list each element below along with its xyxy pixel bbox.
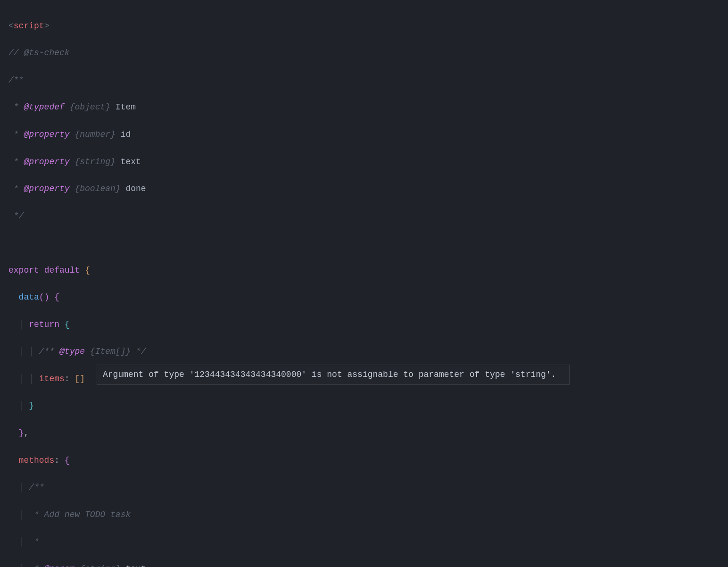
brace: {: [65, 320, 70, 329]
jsdoc-name: Item: [116, 102, 136, 112]
jsdoc-star: *: [29, 537, 39, 546]
code-line[interactable]: │ * Add new TODO task: [8, 508, 728, 522]
brace: }: [29, 401, 34, 410]
code-line[interactable]: <script>: [8, 19, 728, 33]
code-line[interactable]: * @property {number} id: [8, 128, 728, 142]
space: [39, 266, 44, 275]
brace: {: [54, 292, 59, 302]
error-message: Argument of type '123443434343434340000'…: [103, 370, 556, 379]
tag-name: script: [14, 21, 44, 31]
code-line[interactable]: │ │ /** @type {Item[]} */: [8, 345, 728, 359]
jsdoc-tag: @property: [24, 157, 69, 167]
code-line[interactable]: * @property {string} text: [8, 155, 728, 169]
indent: │ │: [8, 374, 39, 384]
indent: [8, 292, 19, 302]
indent: │: [8, 401, 29, 410]
jsdoc-type: {Item[]}: [85, 347, 136, 356]
brace: {: [65, 456, 70, 465]
code-line[interactable]: data() {: [8, 291, 728, 304]
jsdoc-type: {object}: [65, 102, 116, 112]
jsdoc-tag: @property: [24, 184, 69, 193]
indent: [8, 428, 19, 438]
jsdoc-star: *: [8, 157, 24, 167]
indent: │: [8, 537, 29, 546]
jsdoc-star: *: [8, 184, 24, 193]
method-name: data: [19, 292, 39, 302]
jsdoc-name: text: [121, 157, 141, 167]
indent: │: [8, 510, 29, 519]
jsdoc-tag: @property: [24, 130, 69, 139]
jsdoc-tag: @param: [44, 564, 75, 567]
tag-open: <: [8, 21, 14, 31]
indent: │: [8, 320, 29, 329]
keyword-return: return: [29, 320, 59, 329]
code-line[interactable]: │ * @param {string} text: [8, 562, 728, 567]
property: methods: [19, 456, 55, 465]
code-line[interactable]: // @ts-check: [8, 46, 728, 60]
code-line[interactable]: * @property {boolean} done: [8, 182, 728, 196]
jsdoc-name: id: [121, 130, 131, 139]
error-tooltip: Argument of type '123443434343434340000'…: [97, 365, 570, 385]
code-line[interactable]: export default {: [8, 264, 728, 277]
indent: │: [8, 564, 29, 567]
code-line[interactable]: │ *: [8, 535, 728, 549]
jsdoc-name: done: [125, 184, 146, 193]
jsdoc-name: text: [125, 564, 146, 567]
jsdoc-tag: @typedef: [24, 102, 64, 112]
indent: │ │: [8, 347, 39, 356]
jsdoc-close: */: [8, 211, 24, 221]
jsdoc-type: {string}: [70, 157, 121, 167]
jsdoc-open: /**: [29, 483, 44, 492]
space: [80, 266, 85, 275]
code-line[interactable]: */: [8, 209, 728, 223]
brace: }: [19, 428, 24, 438]
comma: ,: [24, 428, 29, 438]
jsdoc-open: /**: [39, 347, 59, 356]
jsdoc-open: /**: [8, 75, 24, 85]
code-line[interactable]: │ /**: [8, 481, 728, 494]
code-line[interactable]: methods: {: [8, 454, 728, 467]
space: [59, 320, 65, 329]
brace: {: [85, 266, 90, 275]
jsdoc-tag: @type: [59, 347, 85, 356]
code-editor[interactable]: <script> // @ts-check /** * @typedef {ob…: [0, 6, 728, 567]
jsdoc-type: {number}: [70, 130, 121, 139]
jsdoc-type: {string}: [74, 564, 125, 567]
code-line[interactable]: [8, 236, 728, 250]
jsdoc-star: *: [8, 130, 24, 139]
property: items: [39, 374, 65, 384]
colon: :: [54, 456, 59, 465]
comment: // @ts-check: [8, 48, 70, 58]
indent: [8, 456, 19, 465]
parens: (): [39, 292, 50, 302]
space: [49, 292, 54, 302]
code-line[interactable]: │ return {: [8, 318, 728, 332]
keyword-export: export: [8, 266, 39, 275]
keyword-default: default: [44, 266, 80, 275]
jsdoc-star: *: [29, 564, 44, 567]
jsdoc-star: *: [8, 102, 24, 112]
jsdoc-close: */: [136, 347, 146, 356]
indent: │: [8, 483, 29, 492]
jsdoc-type: {boolean}: [70, 184, 126, 193]
brackets: []: [74, 374, 85, 384]
tag-close: >: [44, 21, 50, 31]
code-line[interactable]: /**: [8, 74, 728, 87]
code-line[interactable]: * @typedef {object} Item: [8, 100, 728, 114]
jsdoc-text: * Add new TODO task: [29, 510, 131, 519]
space: [70, 374, 75, 384]
space: [59, 456, 65, 465]
code-line[interactable]: },: [8, 426, 728, 440]
code-line[interactable]: │ }: [8, 399, 728, 413]
colon: :: [65, 374, 70, 384]
